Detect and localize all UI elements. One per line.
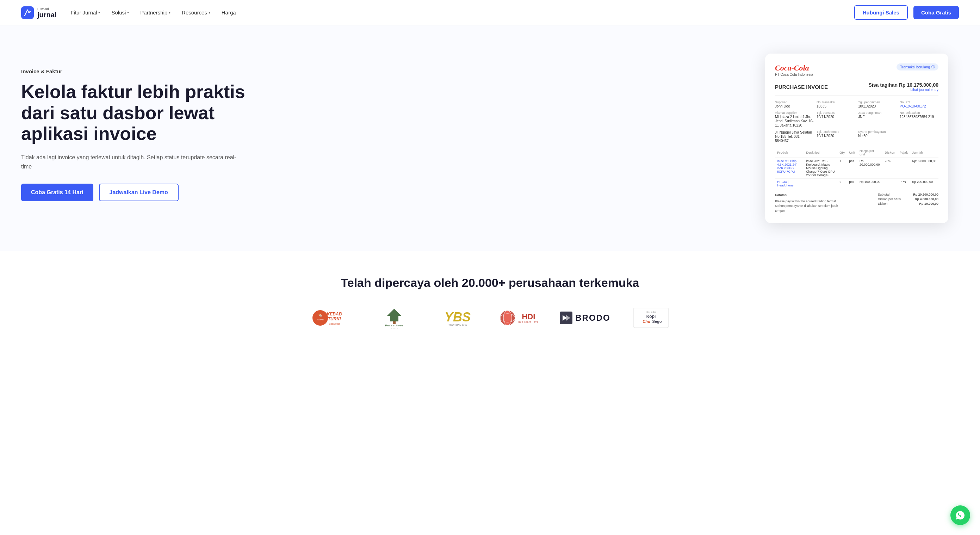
nav-item-solusi[interactable]: Solusi ▾ — [111, 10, 129, 16]
invoice-title-row: PURCHASE INVOICE Sisa tagihan Rp 16.175.… — [775, 82, 939, 96]
foresthree-logo: Foresthree - COFFEE - — [373, 307, 415, 328]
totals-block: Subtotal Rp 20.200.000,00 Diskon per bar… — [878, 193, 939, 213]
hero-left: Invoice & Faktur Kelola faktur lebih pra… — [21, 68, 247, 202]
hero-right: Coca-Cola PT Coca Cola Indonesia Transak… — [754, 46, 959, 223]
nav-item-harga[interactable]: Harga — [221, 10, 236, 16]
row1-qty: 1 — [837, 158, 847, 179]
svg-text:TURKI: TURKI — [328, 317, 341, 322]
kebab-turki-logo: 🌯 KEBAB KEBAB TURKI Baba Rafi — [310, 309, 352, 327]
tgl-jatuh-block: Tgl. jatuh tempo 10/11/2020 — [816, 130, 855, 143]
svg-text:Baba Rafi: Baba Rafi — [329, 322, 340, 325]
svg-marker-8 — [387, 309, 401, 322]
row2-harga: Rp 100.000,00 — [858, 179, 883, 189]
col-deskripsi: Deskripsi — [804, 148, 837, 158]
alamat-pengiriman-value: Jl. Ngagel Jaya Selatan No 158 Tel: 031-… — [775, 131, 812, 143]
subtotal-row: Subtotal Rp 20.200.000,00 — [878, 193, 939, 196]
row2-deskripsi — [804, 179, 837, 189]
jasa-pengiriman-block: Jasa pengiriman JNE — [858, 111, 897, 127]
row1-deskripsi: iMac 2021 M1 - Keyboard, Magic Mouse Lig… — [804, 158, 837, 179]
svg-text:KEBAB: KEBAB — [317, 318, 324, 321]
sisa-tagihan: Sisa tagihan Rp 16.175.000,00 Lihat jour… — [869, 82, 939, 92]
col-unit: Unit — [847, 148, 858, 158]
coca-cola-logo: Coca-Cola PT Coca Cola Indonesia — [775, 64, 813, 76]
alamat-block: Alamat supplier Midplaza 2 lantai 4 Jln.… — [775, 111, 814, 127]
invoice-header: Coca-Cola PT Coca Cola Indonesia Transak… — [775, 64, 939, 76]
subtotal-value: Rp 20.200.000,00 — [913, 193, 939, 196]
coba-gratis-button[interactable]: Coba Gratis — [913, 6, 959, 19]
nav-fitur-label: Fitur Jurnal — [70, 10, 97, 16]
row2-qty: 2 — [837, 179, 847, 189]
catatan-block: Catatan Please pay within the agreed tra… — [775, 193, 845, 213]
trusted-title: Telah dipercaya oleh 20.000+ perusahaan … — [21, 276, 959, 290]
table-row: HP234 | Headphone 2 pcs Rp 100.000,00 PP… — [775, 179, 939, 189]
purchase-invoice-title: PURCHASE INVOICE — [775, 84, 828, 90]
svg-text:Chu: Chu — [643, 319, 650, 323]
sisa-tagihan-value: Sisa tagihan Rp 16.175.000,00 — [869, 82, 939, 88]
lihat-journal-link[interactable]: Lihat journal entry — [869, 88, 939, 92]
brodo-icon — [560, 312, 573, 324]
logos-row: 🌯 KEBAB KEBAB TURKI Baba Rafi Foresthree… — [21, 307, 959, 328]
brand-kopi-chu-sego: aku suka Kopi Chu Sego — [632, 307, 670, 328]
syarat-pembayaran-label: Syarat pembayaran — [858, 130, 897, 134]
diskon-baris-label: Diskon per baris — [878, 197, 901, 201]
jasa-pengiriman-label: Jasa pengiriman — [858, 111, 897, 115]
row1-produk: iMac M1 Chip 4.5K 2021 24" inch 256GB 8C… — [775, 158, 804, 179]
nav-resources-label: Resources — [182, 10, 207, 16]
diskon-baris-row: Diskon per baris Rp 4.000.000,00 — [878, 197, 939, 201]
invoice-card: Coca-Cola PT Coca Cola Indonesia Transak… — [765, 54, 948, 223]
transaksi-badge: Transaksi berulang ⓘ — [897, 64, 939, 70]
hero-buttons: Coba Gratis 14 Hari Jadwalkan Live Demo — [21, 184, 247, 201]
brand-foresthree: Foresthree - COFFEE - — [373, 307, 415, 328]
ybs-logo: YBS YOUR BAG SPA — [436, 307, 479, 328]
no-transaksi-block: No. transaksi 10335 — [816, 100, 855, 108]
coba-gratis-14-button[interactable]: Coba Gratis 14 Hari — [21, 184, 93, 201]
no-pelacakan-label: No. pelacakan — [900, 111, 939, 115]
hero-title: Kelola faktur lebih praktis dari satu da… — [21, 81, 247, 145]
diskon-label: Diskon — [878, 202, 888, 205]
row1-diskon: 20% — [883, 158, 897, 179]
syarat-pembayaran-block: Syarat pembayaran Net30 — [858, 130, 897, 143]
catatan-value: Please pay within the agreed trading ter… — [775, 199, 845, 213]
nav-item-fitur[interactable]: Fitur Jurnal ▾ — [70, 10, 100, 16]
nav-solusi-label: Solusi — [111, 10, 126, 16]
chevron-down-icon: ▾ — [169, 11, 170, 14]
nav-partnership-label: Partnership — [140, 10, 167, 16]
nav-item-partnership[interactable]: Partnership ▾ — [140, 10, 170, 16]
alamat-label: Alamat supplier — [775, 111, 814, 115]
svg-point-2 — [312, 310, 328, 326]
hero-section: Invoice & Faktur Kelola faktur lebih pra… — [0, 25, 980, 251]
logo[interactable]: mekari jurnal — [21, 6, 56, 19]
col-produk: Produk — [775, 148, 804, 158]
logo-icon — [21, 6, 34, 19]
col-harga: Harga per unit — [858, 148, 883, 158]
chevron-down-icon: ▾ — [98, 11, 100, 14]
hubungi-sales-button[interactable]: Hubungi Sales — [854, 5, 908, 20]
catatan-label: Catatan — [775, 193, 845, 198]
syarat-pembayaran-value: Net30 — [858, 134, 868, 138]
tgl-pengiriman-block: Tgl. pengiriman 10/11/2020 — [858, 100, 897, 108]
tgl-pengiriman-value: 10/11/2020 — [858, 104, 876, 108]
tgl-pengiriman-label: Tgl. pengiriman — [858, 100, 897, 104]
info-icon: ⓘ — [931, 64, 935, 69]
row1-unit: pcs — [847, 158, 858, 179]
col-jumlah: Jumlah — [910, 148, 939, 158]
invoice-footer: Catatan Please pay within the agreed tra… — [775, 193, 939, 213]
navbar: mekari jurnal Fitur Jurnal ▾ Solusi ▾ Pa… — [0, 0, 980, 25]
logo-text: mekari jurnal — [37, 6, 56, 18]
svg-text:🌯: 🌯 — [318, 313, 322, 317]
alamat-pengiriman-block: Jl. Ngagel Jaya Selatan No 158 Tel: 031-… — [775, 130, 814, 143]
tgl-jatuh-value: 10/11/2020 — [816, 134, 834, 138]
trusted-section: Telah dipercaya oleh 20.000+ perusahaan … — [0, 251, 980, 353]
col-qty: Qty — [837, 148, 847, 158]
hero-label: Invoice & Faktur — [21, 68, 247, 74]
nav-item-resources[interactable]: Resources ▾ — [182, 10, 210, 16]
svg-text:Sego: Sego — [652, 319, 662, 323]
svg-text:YBS: YBS — [445, 310, 471, 324]
svg-text:- COFFEE -: - COFFEE - — [389, 327, 400, 328]
jadwalkan-demo-button[interactable]: Jadwalkan Live Demo — [99, 184, 178, 201]
row2-unit: pcs — [847, 179, 858, 189]
table-row: iMac M1 Chip 4.5K 2021 24" inch 256GB 8C… — [775, 158, 939, 179]
no-po-label: No. PO — [900, 100, 939, 104]
svg-text:Foresthree: Foresthree — [385, 324, 403, 327]
no-po-value: PO-19-10-00172 — [900, 104, 926, 108]
